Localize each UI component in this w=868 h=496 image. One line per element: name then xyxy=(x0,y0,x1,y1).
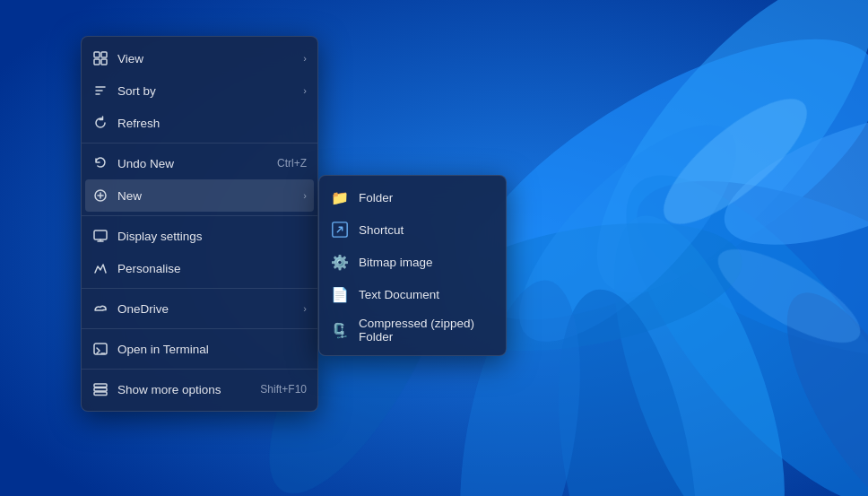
more-shortcut: Shift+F10 xyxy=(260,383,307,396)
submenu-item-bitmap[interactable]: ⚙️ Bitmap image xyxy=(319,246,506,278)
personalise-icon xyxy=(92,260,108,276)
bitmap-label: Bitmap image xyxy=(359,256,433,269)
context-menu-wrapper: View › Sort by › Refresh Undo New Ctrl+Z xyxy=(81,36,318,412)
text-doc-icon: 📄 xyxy=(330,284,350,304)
divider-2 xyxy=(82,215,317,216)
view-arrow: › xyxy=(303,53,307,64)
menu-item-undo[interactable]: Undo New Ctrl+Z xyxy=(82,147,317,179)
divider-1 xyxy=(82,143,317,144)
svg-rect-16 xyxy=(101,52,107,57)
sort-icon xyxy=(92,83,108,99)
undo-label: Undo New xyxy=(117,157,268,170)
new-icon xyxy=(92,187,108,204)
menu-item-more[interactable]: Show more options Shift+F10 xyxy=(82,373,317,405)
divider-3 xyxy=(82,288,317,289)
submenu-item-shortcut[interactable]: Shortcut xyxy=(319,213,506,246)
undo-icon xyxy=(92,155,108,171)
svg-rect-17 xyxy=(94,59,100,65)
sort-arrow: › xyxy=(303,85,307,96)
submenu-item-folder[interactable]: 📁 Folder xyxy=(319,181,506,213)
more-label: Show more options xyxy=(117,383,251,396)
terminal-icon xyxy=(92,341,108,357)
folder-icon: 📁 xyxy=(330,187,350,207)
menu-item-display[interactable]: Display settings xyxy=(82,220,317,252)
view-icon xyxy=(92,50,108,66)
shortcut-label: Shortcut xyxy=(359,223,404,237)
menu-item-refresh[interactable]: Refresh xyxy=(82,107,317,139)
new-submenu: 📁 Folder Shortcut ⚙️ Bitmap image 📄 Text… xyxy=(318,175,507,356)
zip-icon: 🗜️ xyxy=(330,320,350,340)
svg-rect-18 xyxy=(101,59,107,65)
display-label: Display settings xyxy=(117,230,307,243)
shortcut-icon xyxy=(330,220,350,239)
menu-item-personalise[interactable]: Personalise xyxy=(82,252,317,284)
refresh-label: Refresh xyxy=(117,117,307,130)
sort-label: Sort by xyxy=(117,84,294,98)
zip-label: Compressed (zipped) Folder xyxy=(359,317,495,344)
submenu-item-text[interactable]: 📄 Text Document xyxy=(319,278,506,310)
onedrive-icon xyxy=(92,300,108,317)
onedrive-arrow: › xyxy=(303,303,307,314)
svg-rect-22 xyxy=(94,384,107,387)
view-label: View xyxy=(117,52,294,65)
personalise-label: Personalise xyxy=(117,262,307,275)
more-icon xyxy=(92,381,108,397)
svg-rect-23 xyxy=(94,388,107,392)
new-label: New xyxy=(117,189,294,203)
menu-item-sort[interactable]: Sort by › xyxy=(82,74,317,107)
folder-label: Folder xyxy=(359,191,393,204)
bitmap-icon: ⚙️ xyxy=(330,252,350,272)
submenu-item-zip[interactable]: 🗜️ Compressed (zipped) Folder xyxy=(319,310,506,350)
svg-rect-15 xyxy=(94,52,100,57)
divider-5 xyxy=(82,369,317,370)
svg-rect-20 xyxy=(94,231,107,239)
terminal-label: Open in Terminal xyxy=(117,343,307,356)
context-menu: View › Sort by › Refresh Undo New Ctrl+Z xyxy=(81,36,318,412)
new-arrow: › xyxy=(303,190,307,201)
menu-item-new[interactable]: New › xyxy=(85,179,314,212)
menu-item-terminal[interactable]: Open in Terminal xyxy=(82,333,317,365)
onedrive-label: OneDrive xyxy=(117,302,294,316)
svg-rect-24 xyxy=(94,392,107,396)
menu-item-onedrive[interactable]: OneDrive › xyxy=(82,292,317,325)
menu-item-view[interactable]: View › xyxy=(82,42,317,74)
divider-4 xyxy=(82,328,317,329)
display-icon xyxy=(92,228,108,244)
undo-shortcut: Ctrl+Z xyxy=(277,157,307,170)
svg-rect-21 xyxy=(94,344,107,354)
refresh-icon xyxy=(92,115,108,131)
text-doc-label: Text Document xyxy=(359,288,439,301)
